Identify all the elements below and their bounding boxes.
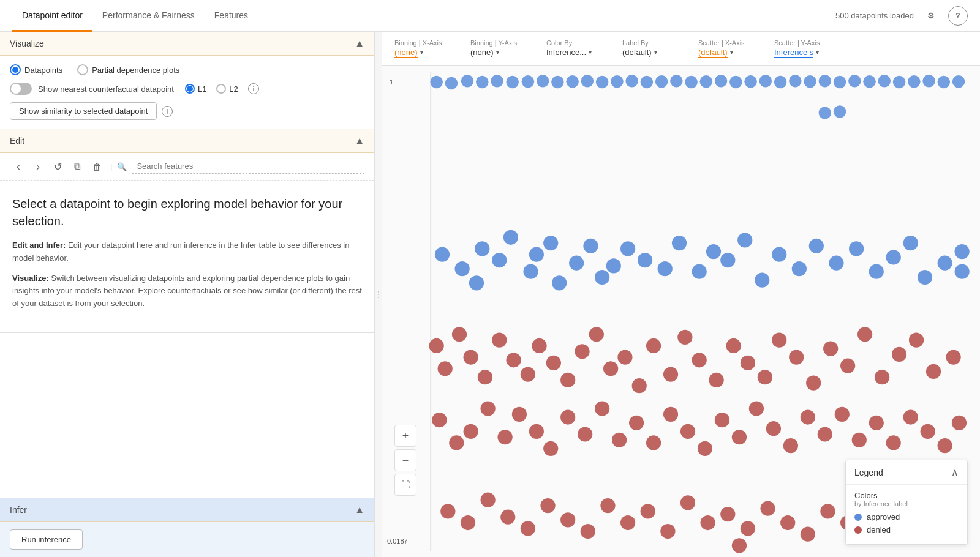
- svg-point-44: [503, 230, 518, 245]
- svg-point-41: [475, 241, 489, 256]
- tab-performance-fairness[interactable]: Performance & Fairness: [92, 1, 205, 32]
- svg-point-135: [869, 416, 884, 430]
- legend-body: Colors by Inference label approved denie…: [846, 485, 967, 544]
- delete-button[interactable]: 🗑: [88, 158, 105, 175]
- label-by-value-btn[interactable]: (default) ▾: [622, 48, 684, 58]
- svg-point-127: [732, 430, 747, 444]
- svg-point-47: [543, 236, 558, 250]
- binning-yaxis-dropdown: Binning | Y-Axis (none) ▾: [470, 39, 532, 58]
- color-by-value-btn[interactable]: Inference... ▾: [546, 48, 608, 58]
- binning-yaxis-value-btn[interactable]: (none) ▾: [470, 48, 532, 58]
- svg-point-149: [600, 498, 615, 513]
- svg-point-73: [955, 264, 970, 279]
- svg-point-15: [641, 76, 654, 89]
- svg-point-100: [806, 375, 821, 390]
- denied-label: denied: [867, 525, 891, 534]
- scatter-xaxis-label: Scatter | X-Axis: [698, 39, 760, 47]
- fullscreen-button[interactable]: ⛶: [394, 474, 417, 496]
- visualization-type-row: Datapoints Partial dependence plots: [10, 64, 364, 75]
- help-button[interactable]: ?: [948, 6, 968, 26]
- infer-content: Run inference: [0, 522, 374, 557]
- edit-instructions-body: Edit and Infer: Edit your datapoint here…: [12, 239, 362, 310]
- svg-point-125: [698, 441, 712, 456]
- copy-button[interactable]: ⧉: [69, 158, 86, 175]
- svg-point-10: [566, 75, 579, 88]
- svg-point-36: [952, 75, 965, 88]
- label-by-label: Label By: [622, 39, 684, 47]
- svg-point-155: [720, 507, 735, 521]
- svg-point-150: [620, 515, 635, 530]
- svg-point-33: [908, 75, 921, 88]
- svg-point-123: [663, 407, 678, 422]
- similarity-info-icon[interactable]: i: [162, 106, 173, 117]
- zoom-out-button[interactable]: −: [394, 449, 417, 471]
- svg-point-42: [469, 275, 484, 290]
- svg-point-98: [772, 333, 786, 348]
- edit-header[interactable]: Edit ▲: [0, 129, 374, 153]
- tab-features[interactable]: Features: [205, 1, 258, 32]
- svg-point-87: [603, 361, 618, 376]
- help-icon: ?: [956, 12, 960, 20]
- binning-xaxis-value-btn[interactable]: (none) ▾: [394, 48, 456, 59]
- svg-point-49: [569, 256, 584, 271]
- svg-point-46: [529, 247, 544, 262]
- svg-point-59: [720, 253, 735, 267]
- history-button[interactable]: ↺: [49, 158, 66, 175]
- similarity-button[interactable]: Show similarity to selected datapoint: [10, 102, 157, 120]
- svg-point-80: [506, 353, 521, 367]
- svg-point-7: [522, 75, 535, 88]
- svg-point-6: [506, 76, 519, 89]
- zoom-in-button[interactable]: +: [394, 425, 417, 447]
- visualize-header[interactable]: Visualize ▲: [0, 32, 374, 56]
- visualize-text: Switch between visualizing datapoints an…: [12, 274, 362, 308]
- svg-point-141: [440, 504, 455, 518]
- scatter-yaxis-value: Inference s: [774, 48, 813, 58]
- svg-point-138: [921, 424, 935, 439]
- svg-point-107: [926, 364, 941, 379]
- svg-point-114: [512, 407, 527, 422]
- color-by-dropdown: Color By Inference... ▾: [546, 39, 608, 58]
- back-button[interactable]: ‹: [10, 158, 27, 175]
- visualize-chevron: ▲: [355, 38, 364, 49]
- scatter-yaxis-dropdown: Scatter | Y-Axis Inference s ▾: [774, 39, 835, 59]
- svg-point-148: [581, 524, 595, 539]
- scatter-xaxis-value-btn[interactable]: (default) ▾: [698, 48, 760, 59]
- tab-datapoint-editor[interactable]: Datapoint editor: [12, 1, 92, 32]
- svg-point-143: [480, 493, 495, 507]
- scatter-yaxis-value-btn[interactable]: Inference s ▾: [774, 48, 835, 59]
- legend-box: Legend ∧ Colors by Inference label appro…: [845, 460, 968, 545]
- svg-point-81: [521, 367, 535, 381]
- radio-l2[interactable]: L2: [216, 84, 238, 94]
- svg-point-20: [715, 75, 728, 88]
- radio-datapoints[interactable]: Datapoints: [10, 64, 62, 75]
- edit-main-content: Select a datapoint to begin exploring mo…: [0, 181, 374, 332]
- radio-partial-dependence[interactable]: Partial dependence plots: [77, 64, 179, 75]
- nav-right: 500 datapoints loaded ⚙ ?: [835, 6, 968, 26]
- radio-datapoints-label: Datapoints: [24, 65, 62, 75]
- infer-header[interactable]: Infer ▲: [0, 498, 374, 522]
- svg-point-76: [452, 327, 467, 342]
- svg-point-22: [744, 75, 757, 88]
- visualize-paragraph: Visualize: Switch between visualizing da…: [12, 272, 362, 310]
- svg-point-89: [632, 378, 647, 393]
- settings-button[interactable]: ⚙: [921, 6, 941, 26]
- svg-point-95: [726, 338, 741, 353]
- svg-point-9: [551, 76, 564, 89]
- svg-point-104: [875, 370, 889, 384]
- legend-collapse-button[interactable]: ∧: [951, 466, 959, 478]
- radio-l1[interactable]: L1: [185, 84, 206, 94]
- svg-point-3: [461, 75, 474, 88]
- search-features-input[interactable]: [132, 159, 364, 174]
- counterfactual-toggle[interactable]: [10, 83, 32, 95]
- svg-point-132: [818, 427, 832, 441]
- l1l2-info-icon[interactable]: i: [248, 83, 259, 94]
- svg-point-90: [646, 338, 661, 353]
- visualize-content: Datapoints Partial dependence plots Show…: [0, 56, 374, 129]
- svg-point-17: [670, 75, 683, 88]
- svg-point-86: [589, 327, 604, 342]
- run-inference-button[interactable]: Run inference: [10, 529, 83, 550]
- radio-partial-dependence-label: Partial dependence plots: [92, 65, 179, 75]
- panel-divider[interactable]: [375, 32, 382, 557]
- forward-button[interactable]: ›: [29, 158, 47, 175]
- svg-point-128: [749, 401, 764, 416]
